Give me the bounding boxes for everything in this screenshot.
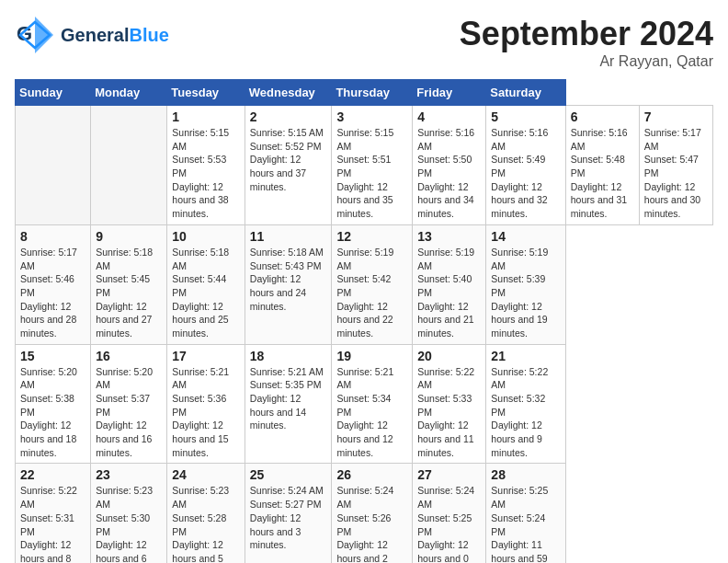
day-info: Sunrise: 5:19 AM Sunset: 5:40 PM Dayligh…: [417, 246, 481, 340]
day-info: Sunrise: 5:15 AM Sunset: 5:52 PM Dayligh…: [250, 126, 327, 193]
day-info: Sunrise: 5:21 AM Sunset: 5:34 PM Dayligh…: [336, 365, 407, 460]
day-number: 27: [417, 467, 481, 482]
day-info: Sunrise: 5:18 AM Sunset: 5:44 PM Dayligh…: [172, 246, 240, 340]
day-number: 4: [417, 109, 481, 124]
col-header-monday: Monday: [91, 80, 167, 106]
calendar-cell: [16, 106, 91, 225]
day-info: Sunrise: 5:23 AM Sunset: 5:30 PM Dayligh…: [96, 484, 162, 563]
day-info: Sunrise: 5:21 AM Sunset: 5:35 PM Dayligh…: [250, 365, 327, 432]
svg-marker-2: [35, 17, 53, 53]
day-number: 13: [417, 229, 481, 244]
day-info: Sunrise: 5:19 AM Sunset: 5:39 PM Dayligh…: [491, 246, 560, 340]
col-header-saturday: Saturday: [486, 80, 565, 106]
day-number: 24: [172, 467, 240, 482]
col-header-wednesday: Wednesday: [245, 80, 332, 106]
calendar-cell: 20 Sunrise: 5:22 AM Sunset: 5:33 PM Dayl…: [413, 344, 486, 464]
day-info: Sunrise: 5:19 AM Sunset: 5:42 PM Dayligh…: [336, 246, 407, 340]
day-info: Sunrise: 5:15 AM Sunset: 5:51 PM Dayligh…: [336, 126, 407, 221]
calendar-cell: 3 Sunrise: 5:15 AM Sunset: 5:51 PM Dayli…: [332, 106, 413, 225]
day-number: 7: [644, 109, 708, 124]
calendar-cell: 24 Sunrise: 5:23 AM Sunset: 5:28 PM Dayl…: [167, 464, 245, 563]
day-info: Sunrise: 5:17 AM Sunset: 5:46 PM Dayligh…: [20, 246, 85, 340]
day-info: Sunrise: 5:16 AM Sunset: 5:48 PM Dayligh…: [571, 126, 634, 221]
day-number: 25: [250, 467, 327, 482]
day-number: 10: [172, 229, 240, 244]
day-number: 2: [250, 109, 327, 124]
day-number: 22: [20, 467, 85, 482]
day-info: Sunrise: 5:15 AM Sunset: 5:53 PM Dayligh…: [172, 126, 240, 221]
day-number: 5: [491, 109, 560, 124]
calendar-cell: 11 Sunrise: 5:18 AM Sunset: 5:43 PM Dayl…: [245, 224, 332, 344]
week-row-4: 22 Sunrise: 5:22 AM Sunset: 5:31 PM Dayl…: [16, 464, 713, 563]
day-number: 6: [571, 109, 634, 124]
calendar-cell: 19 Sunrise: 5:21 AM Sunset: 5:34 PM Dayl…: [332, 344, 413, 464]
calendar-cell: 17 Sunrise: 5:21 AM Sunset: 5:36 PM Dayl…: [167, 344, 245, 464]
calendar-cell: 13 Sunrise: 5:19 AM Sunset: 5:40 PM Dayl…: [413, 224, 486, 344]
page-header: G GeneralBlue September 2024 Ar Rayyan, …: [15, 15, 713, 70]
logo: G GeneralBlue: [15, 15, 169, 55]
month-title: September 2024: [460, 15, 713, 53]
calendar-cell: 14 Sunrise: 5:19 AM Sunset: 5:39 PM Dayl…: [486, 224, 565, 344]
calendar-cell: 7 Sunrise: 5:17 AM Sunset: 5:47 PM Dayli…: [639, 106, 712, 225]
logo-icon: G: [15, 15, 55, 55]
day-number: 16: [96, 349, 162, 363]
day-info: Sunrise: 5:16 AM Sunset: 5:49 PM Dayligh…: [491, 126, 560, 221]
calendar-cell: 27 Sunrise: 5:24 AM Sunset: 5:25 PM Dayl…: [413, 464, 486, 563]
day-number: 9: [96, 229, 162, 244]
calendar-table: SundayMondayTuesdayWednesdayThursdayFrid…: [15, 79, 713, 563]
calendar-cell: 2 Sunrise: 5:15 AM Sunset: 5:52 PM Dayli…: [245, 106, 332, 225]
col-header-thursday: Thursday: [332, 80, 413, 106]
calendar-cell: 15 Sunrise: 5:20 AM Sunset: 5:38 PM Dayl…: [16, 344, 91, 464]
day-number: 3: [336, 109, 407, 124]
calendar-cell: 16 Sunrise: 5:20 AM Sunset: 5:37 PM Dayl…: [91, 344, 167, 464]
day-number: 1: [172, 109, 240, 124]
day-info: Sunrise: 5:22 AM Sunset: 5:31 PM Dayligh…: [20, 484, 85, 563]
day-number: 14: [491, 229, 560, 244]
day-number: 19: [336, 349, 407, 363]
calendar-cell: 4 Sunrise: 5:16 AM Sunset: 5:50 PM Dayli…: [413, 106, 486, 225]
logo-general: General: [61, 25, 129, 45]
day-info: Sunrise: 5:17 AM Sunset: 5:47 PM Dayligh…: [644, 126, 708, 221]
day-info: Sunrise: 5:24 AM Sunset: 5:25 PM Dayligh…: [417, 484, 481, 563]
col-header-friday: Friday: [413, 80, 486, 106]
calendar-cell: [91, 106, 167, 225]
calendar-cell: 12 Sunrise: 5:19 AM Sunset: 5:42 PM Dayl…: [332, 224, 413, 344]
day-info: Sunrise: 5:18 AM Sunset: 5:45 PM Dayligh…: [96, 246, 162, 340]
week-row-1: 1 Sunrise: 5:15 AM Sunset: 5:53 PM Dayli…: [16, 106, 713, 225]
calendar-cell: 8 Sunrise: 5:17 AM Sunset: 5:46 PM Dayli…: [16, 224, 91, 344]
day-info: Sunrise: 5:22 AM Sunset: 5:32 PM Dayligh…: [491, 365, 560, 460]
calendar-cell: 9 Sunrise: 5:18 AM Sunset: 5:45 PM Dayli…: [91, 224, 167, 344]
calendar-cell: 21 Sunrise: 5:22 AM Sunset: 5:32 PM Dayl…: [486, 344, 565, 464]
calendar-cell: 23 Sunrise: 5:23 AM Sunset: 5:30 PM Dayl…: [91, 464, 167, 563]
day-info: Sunrise: 5:20 AM Sunset: 5:37 PM Dayligh…: [96, 365, 162, 460]
day-info: Sunrise: 5:20 AM Sunset: 5:38 PM Dayligh…: [20, 365, 85, 460]
location-subtitle: Ar Rayyan, Qatar: [460, 53, 713, 70]
calendar-cell: 18 Sunrise: 5:21 AM Sunset: 5:35 PM Dayl…: [245, 344, 332, 464]
day-number: 23: [96, 467, 162, 482]
title-block: September 2024 Ar Rayyan, Qatar: [460, 15, 713, 70]
day-info: Sunrise: 5:16 AM Sunset: 5:50 PM Dayligh…: [417, 126, 481, 221]
day-info: Sunrise: 5:21 AM Sunset: 5:36 PM Dayligh…: [172, 365, 240, 460]
day-number: 18: [250, 349, 327, 363]
calendar-header-row: SundayMondayTuesdayWednesdayThursdayFrid…: [16, 80, 713, 106]
calendar-cell: 22 Sunrise: 5:22 AM Sunset: 5:31 PM Dayl…: [16, 464, 91, 563]
calendar-cell: 28 Sunrise: 5:25 AM Sunset: 5:24 PM Dayl…: [486, 464, 565, 563]
day-info: Sunrise: 5:22 AM Sunset: 5:33 PM Dayligh…: [417, 365, 481, 460]
week-row-3: 15 Sunrise: 5:20 AM Sunset: 5:38 PM Dayl…: [16, 344, 713, 464]
day-info: Sunrise: 5:18 AM Sunset: 5:43 PM Dayligh…: [250, 246, 327, 313]
calendar-cell: 5 Sunrise: 5:16 AM Sunset: 5:49 PM Dayli…: [486, 106, 565, 225]
day-number: 8: [20, 229, 85, 244]
calendar-cell: 10 Sunrise: 5:18 AM Sunset: 5:44 PM Dayl…: [167, 224, 245, 344]
day-info: Sunrise: 5:24 AM Sunset: 5:27 PM Dayligh…: [250, 484, 327, 551]
calendar-cell: 1 Sunrise: 5:15 AM Sunset: 5:53 PM Dayli…: [167, 106, 245, 225]
calendar-cell: 26 Sunrise: 5:24 AM Sunset: 5:26 PM Dayl…: [332, 464, 413, 563]
day-info: Sunrise: 5:25 AM Sunset: 5:24 PM Dayligh…: [491, 484, 560, 563]
day-number: 20: [417, 349, 481, 363]
col-header-sunday: Sunday: [16, 80, 91, 106]
logo-blue: Blue: [129, 25, 168, 45]
day-number: 17: [172, 349, 240, 363]
week-row-2: 8 Sunrise: 5:17 AM Sunset: 5:46 PM Dayli…: [16, 224, 713, 344]
col-header-tuesday: Tuesday: [167, 80, 245, 106]
calendar-cell: 6 Sunrise: 5:16 AM Sunset: 5:48 PM Dayli…: [565, 106, 639, 225]
day-number: 26: [336, 467, 407, 482]
